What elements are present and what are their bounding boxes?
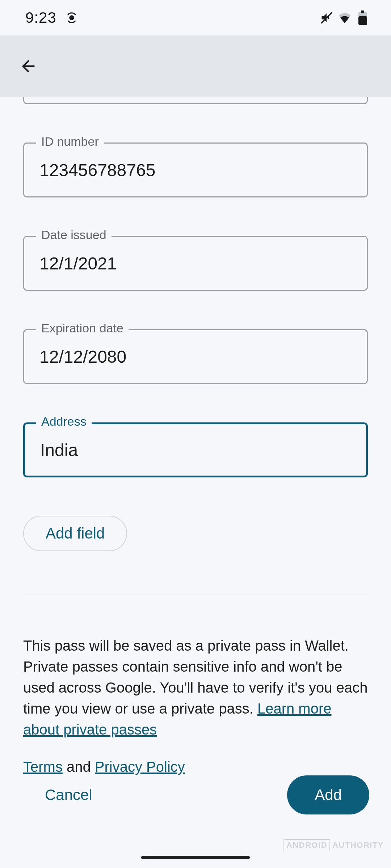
back-button[interactable]: [15, 53, 41, 79]
expiration-field[interactable]: [23, 329, 368, 384]
camera-access-icon: [65, 11, 78, 24]
status-right: [320, 11, 369, 24]
cutoff-field[interactable]: [23, 97, 368, 104]
watermark-brand: ANDROID: [283, 839, 330, 851]
legal-and: and: [63, 759, 95, 775]
watermark-site: AUTHORITY: [332, 841, 384, 850]
date-issued-field[interactable]: [23, 236, 368, 291]
svg-point-0: [69, 15, 74, 20]
date-issued-field-wrap: Date issued: [23, 236, 368, 291]
status-time: 9:23: [25, 9, 56, 26]
address-field-wrap: Address: [23, 422, 368, 477]
expiration-label: Expiration date: [36, 321, 129, 335]
privacy-info: This pass will be saved as a private pas…: [23, 635, 368, 740]
watermark: ANDROID AUTHORITY: [283, 839, 384, 851]
add-button[interactable]: Add: [287, 775, 369, 814]
nav-handle[interactable]: [141, 856, 250, 859]
legal-row: Terms and Privacy Policy: [23, 759, 368, 775]
arrow-left-icon: [19, 57, 38, 76]
address-field[interactable]: [23, 422, 368, 477]
wifi-icon: [338, 11, 351, 24]
id-number-label: ID number: [36, 135, 104, 149]
expiration-field-wrap: Expiration date: [23, 329, 368, 384]
cancel-button[interactable]: Cancel: [22, 778, 115, 812]
privacy-policy-link[interactable]: Privacy Policy: [95, 759, 185, 775]
date-issued-label: Date issued: [36, 228, 112, 242]
svg-rect-3: [358, 16, 367, 25]
add-field-button[interactable]: Add field: [23, 516, 127, 551]
address-label: Address: [36, 414, 92, 429]
mute-icon: [320, 11, 333, 24]
app-bar: [0, 35, 391, 97]
svg-rect-4: [361, 10, 364, 13]
terms-link[interactable]: Terms: [23, 759, 63, 775]
id-number-field-wrap: ID number: [23, 142, 368, 197]
bottom-actions: Cancel Add: [0, 775, 391, 814]
status-bar: 9:23: [0, 0, 391, 35]
divider: [23, 595, 368, 595]
status-left: 9:23: [25, 9, 78, 26]
form-content: ID number Date issued Expiration date Ad…: [0, 97, 391, 775]
battery-icon: [356, 11, 369, 24]
id-number-field[interactable]: [23, 142, 368, 197]
